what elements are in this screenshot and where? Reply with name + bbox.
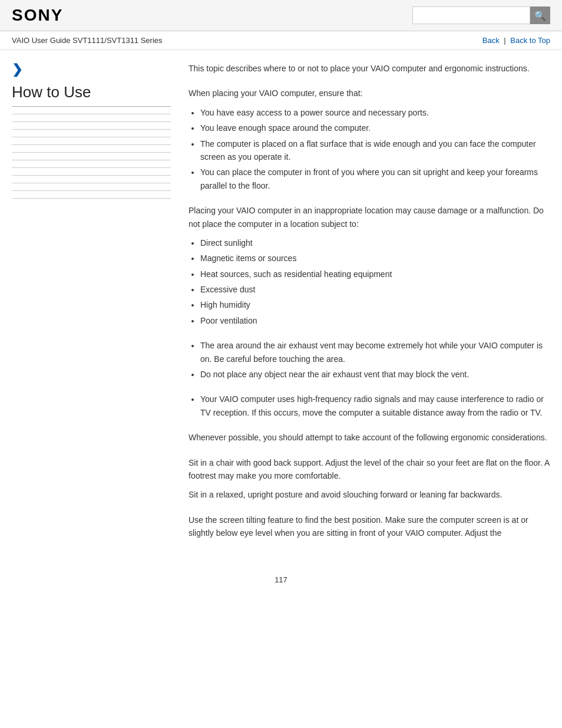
list-item: High humidity [200, 298, 550, 311]
list-item: Excessive dust [200, 283, 550, 296]
list-item: Magnetic items or sources [200, 252, 550, 265]
list-item: Direct sunlight [200, 236, 550, 249]
vent-section: The area around the air exhaust vent may… [189, 339, 550, 381]
list-item: You have easy access to a power source a… [200, 106, 550, 119]
screen-text: Use the screen tilting feature to find t… [189, 513, 550, 540]
back-link[interactable]: Back [482, 36, 500, 45]
search-input[interactable] [412, 6, 530, 24]
sidebar-divider-2 [12, 121, 171, 122]
intro-text: This topic describes where to or not to … [189, 62, 550, 75]
posture-text-2: Sit in a relaxed, upright posture and av… [189, 488, 550, 501]
sidebar-divider-10 [12, 183, 171, 183]
sony-logo: SONY [12, 6, 63, 25]
avoid-heading: Placing your VAIO computer in an inappro… [189, 204, 550, 230]
screen-section: Use the screen tilting feature to find t… [189, 513, 550, 540]
sidebar-divider-5 [12, 144, 171, 145]
intro-section: This topic describes where to or not to … [189, 62, 550, 75]
placement-list: You have easy access to a power source a… [200, 106, 550, 192]
page-number: 117 [0, 564, 562, 590]
list-item: You leave enough space around the comput… [200, 121, 550, 134]
list-item: Do not place any object near the air exh… [200, 368, 550, 381]
sidebar-title: How to Use [12, 83, 171, 107]
main-content: ❯ How to Use This topic describes where … [0, 50, 562, 564]
sidebar-divider-3 [12, 129, 171, 130]
sidebar-divider-11 [12, 190, 171, 191]
placement-section: When placing your VAIO computer, ensure … [189, 87, 550, 192]
list-item: The computer is placed on a flat surface… [200, 137, 550, 164]
list-item: You can place the computer in front of y… [200, 166, 550, 192]
ergonomic-intro-section: Whenever possible, you should attempt to… [189, 431, 550, 444]
ergonomic-intro-text: Whenever possible, you should attempt to… [189, 431, 550, 444]
sidebar-chevron-icon: ❯ [12, 62, 171, 77]
sidebar-divider-6 [12, 152, 171, 153]
vent-list: The area around the air exhaust vent may… [200, 339, 550, 381]
list-item: The area around the air exhaust vent may… [200, 339, 550, 365]
avoid-section: Placing your VAIO computer in an inappro… [189, 204, 550, 327]
posture-text-1: Sit in a chair with good back support. A… [189, 456, 550, 483]
sidebar-divider-7 [12, 160, 171, 160]
radio-section: Your VAIO computer uses high-frequency r… [189, 393, 550, 419]
search-bar: 🔍 [412, 6, 550, 24]
avoid-list: Direct sunlight Magnetic items or source… [200, 236, 550, 327]
breadcrumb-bar: VAIO User Guide SVT1111/SVT1311 Series B… [0, 31, 562, 50]
nav-links: Back | Back to Top [482, 36, 550, 45]
sidebar-divider-4 [12, 137, 171, 137]
posture-section: Sit in a chair with good back support. A… [189, 456, 550, 502]
sidebar: ❯ How to Use [12, 62, 189, 552]
content-area: This topic describes where to or not to … [189, 62, 550, 552]
breadcrumb-text: VAIO User Guide SVT1111/SVT1311 Series [12, 36, 163, 45]
back-to-top-link[interactable]: Back to Top [510, 36, 550, 45]
list-item: Heat sources, such as residential heatin… [200, 268, 550, 281]
header: SONY 🔍 [0, 0, 562, 31]
search-icon: 🔍 [534, 10, 546, 21]
nav-separator: | [504, 36, 505, 45]
sidebar-divider-12 [12, 198, 171, 199]
placement-heading: When placing your VAIO computer, ensure … [189, 87, 550, 100]
list-item: Your VAIO computer uses high-frequency r… [200, 393, 550, 419]
sidebar-divider-9 [12, 175, 171, 176]
radio-list: Your VAIO computer uses high-frequency r… [200, 393, 550, 419]
sidebar-divider-8 [12, 167, 171, 168]
search-button[interactable]: 🔍 [530, 6, 550, 24]
sidebar-divider-1 [12, 114, 171, 114]
list-item: Poor ventilation [200, 314, 550, 327]
